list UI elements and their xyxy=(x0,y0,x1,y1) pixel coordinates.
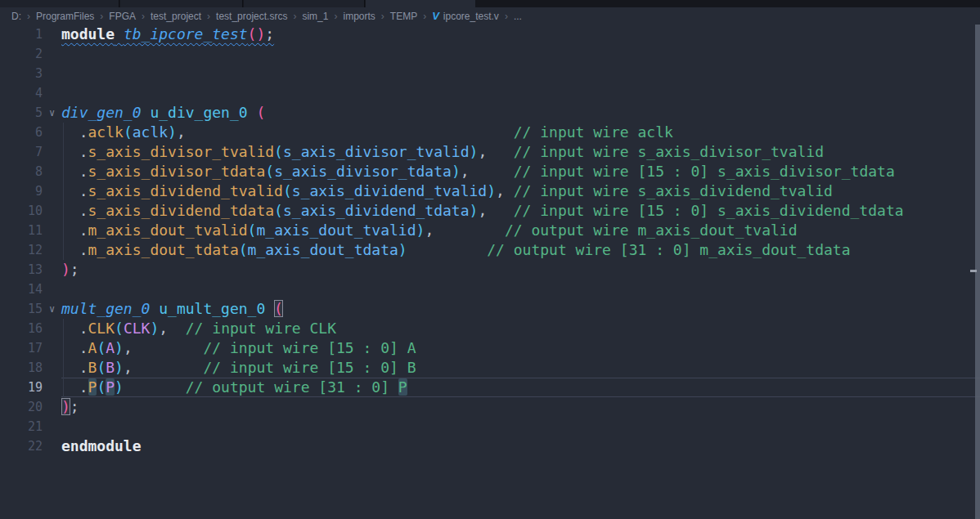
tab-active[interactable] xyxy=(366,0,475,7)
code-line[interactable]: 14 xyxy=(0,280,980,299)
code-line[interactable]: 3 xyxy=(0,64,980,83)
code-token: ) xyxy=(61,261,70,278)
code-token: // output wire [31 : 0] xyxy=(186,378,398,396)
code-text: ); xyxy=(61,397,980,417)
breadcrumb-overflow[interactable]: ... xyxy=(514,11,522,22)
code-text xyxy=(61,64,980,83)
breadcrumb-item-drive[interactable]: D: xyxy=(11,11,21,22)
line-number: 12 xyxy=(0,243,43,257)
breadcrumb-item-test-project[interactable]: test_project xyxy=(151,11,201,22)
code-token: . xyxy=(79,182,88,199)
code-token: ( xyxy=(115,320,124,337)
code-text: .m_axis_dout_tdata(m_axis_dout_tdata) //… xyxy=(61,240,980,260)
code-token xyxy=(61,339,79,356)
indent-guide xyxy=(63,221,64,240)
code-text: .s_axis_divisor_tdata(s_axis_divisor_tda… xyxy=(61,162,980,181)
code-token: () xyxy=(248,25,266,43)
code-token: ( xyxy=(239,241,248,258)
code-line[interactable]: 19 .P(P) // output wire [31 : 0] P xyxy=(0,378,980,397)
breadcrumb-item-temp[interactable]: TEMP xyxy=(390,11,417,22)
code-line[interactable]: 4 xyxy=(0,83,980,103)
code-token: . xyxy=(79,378,88,396)
code-line[interactable]: 13); xyxy=(0,260,980,280)
code-token: ( xyxy=(274,143,283,160)
chevron-right-icon: › xyxy=(27,11,30,22)
code-token: , xyxy=(177,123,186,141)
code-line[interactable]: 9 .s_axis_dividend_tvalid(s_axis_dividen… xyxy=(0,181,980,201)
breadcrumb-item-test-project-srcs[interactable]: test_project.srcs xyxy=(216,11,287,22)
code-token: ; xyxy=(70,398,79,415)
code-text: ); xyxy=(61,260,980,280)
indent-guide xyxy=(63,162,64,181)
code-token xyxy=(61,143,79,160)
code-token: , xyxy=(159,320,168,337)
line-number: 9 xyxy=(0,184,43,199)
gutter: 18 xyxy=(0,358,61,378)
code-line[interactable]: 5∨div_gen_0 u_div_gen_0 ( xyxy=(0,103,980,123)
gutter: 22 xyxy=(0,436,61,456)
line-number: 13 xyxy=(0,262,43,277)
fold-chevron-icon[interactable]: ∨ xyxy=(43,303,61,315)
indent-guide xyxy=(63,181,64,201)
code-token: mult_gen_0 xyxy=(61,300,150,317)
breadcrumb-item-programfiles[interactable]: ProgramFiles xyxy=(36,11,94,22)
chevron-right-icon: › xyxy=(334,11,337,22)
code-token: ; xyxy=(70,261,79,278)
indent-guide xyxy=(63,358,64,378)
tab-3[interactable] xyxy=(244,0,365,7)
line-number: 5 xyxy=(0,105,43,120)
code-token xyxy=(61,359,79,376)
code-area[interactable]: 1module tb_ipcore_test();2345∨div_gen_0 … xyxy=(0,25,980,519)
code-token: m_axis_dout_tvalid xyxy=(88,221,248,239)
code-token xyxy=(265,300,274,317)
code-line[interactable]: 6 .aclk(aclk), // input wire aclk xyxy=(0,123,980,142)
code-token xyxy=(133,339,204,356)
gutter: 15∨ xyxy=(0,299,61,319)
tab-1[interactable] xyxy=(0,0,119,7)
code-token: ( xyxy=(283,182,292,199)
code-token: ( xyxy=(274,202,283,219)
breadcrumb-item-file[interactable]: ipcore_test.v xyxy=(443,11,499,22)
code-line[interactable]: 17 .A(A), // input wire [15 : 0] A xyxy=(0,338,980,358)
breadcrumb-item-fpga[interactable]: FPGA xyxy=(109,11,136,22)
breadcrumb-item-sim-1[interactable]: sim_1 xyxy=(302,11,328,22)
line-number: 3 xyxy=(0,66,43,81)
code-token xyxy=(61,163,79,180)
code-line[interactable]: 15∨mult_gen_0 u_mult_gen_0 ( xyxy=(0,299,980,319)
indent-guide xyxy=(63,319,64,338)
code-line[interactable]: 22endmodule xyxy=(0,436,980,456)
code-line[interactable]: 2 xyxy=(0,44,980,64)
line-number: 22 xyxy=(0,439,43,454)
code-token: ) xyxy=(398,241,407,258)
gutter: 17 xyxy=(0,338,61,358)
code-line[interactable]: 18 .B(B), // input wire [15 : 0] B xyxy=(0,358,980,378)
code-line[interactable]: 21 xyxy=(0,417,980,436)
gutter: 7 xyxy=(0,142,61,162)
code-line[interactable]: 7 .s_axis_divisor_tvalid(s_axis_divisor_… xyxy=(0,142,980,162)
code-line[interactable]: 16 .CLK(CLK), // input wire CLK xyxy=(0,319,980,338)
code-line[interactable]: 10 .s_axis_dividend_tdata(s_axis_dividen… xyxy=(0,201,980,221)
code-token: ) xyxy=(168,123,177,141)
code-token xyxy=(133,359,204,376)
code-token: m_axis_dout_tvalid xyxy=(256,221,416,239)
gutter: 2 xyxy=(0,44,61,64)
fold-chevron-icon[interactable]: ∨ xyxy=(43,107,61,119)
gutter: 5∨ xyxy=(0,103,61,123)
gutter: 8 xyxy=(0,162,61,181)
code-token: tb_ipcore_test xyxy=(124,25,248,43)
breadcrumb-item-imports[interactable]: imports xyxy=(343,11,375,22)
code-line[interactable]: 1module tb_ipcore_test(); xyxy=(0,25,980,44)
code-line[interactable]: 8 .s_axis_divisor_tdata(s_axis_divisor_t… xyxy=(0,162,980,181)
line-number: 18 xyxy=(0,360,43,375)
chevron-right-icon: › xyxy=(293,11,296,22)
line-number: 14 xyxy=(0,282,43,297)
code-line[interactable]: 11 .m_axis_dout_tvalid(m_axis_dout_tvali… xyxy=(0,221,980,240)
indent-guide xyxy=(63,201,64,221)
indent-guide xyxy=(63,240,64,260)
gutter: 20 xyxy=(0,397,61,417)
code-line[interactable]: 20); xyxy=(0,397,980,417)
tab-2[interactable] xyxy=(120,0,243,7)
code-token: . xyxy=(79,163,88,180)
code-line[interactable]: 12 .m_axis_dout_tdata(m_axis_dout_tdata)… xyxy=(0,240,980,260)
code-token: A xyxy=(106,339,115,356)
